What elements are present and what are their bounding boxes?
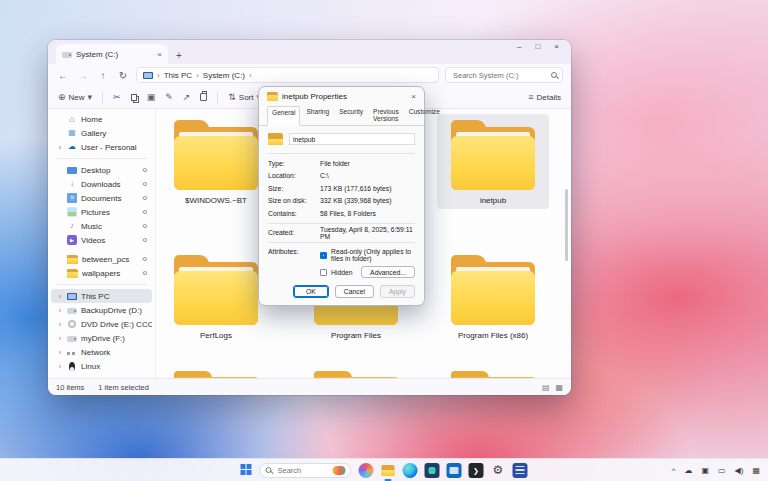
delete-icon[interactable] (200, 93, 207, 101)
breadcrumb-this-pc[interactable]: This PC (164, 71, 192, 80)
sidebar-item-desktop[interactable]: Desktop (51, 163, 152, 177)
sidebar-item-onedrive[interactable]: › ☁ User - Personal (51, 140, 152, 154)
hidden-checkbox[interactable] (320, 269, 327, 276)
folder-tile-inetpub[interactable]: inetpub (437, 114, 549, 209)
linux-icon (69, 362, 75, 371)
back-icon[interactable]: ← (56, 70, 70, 81)
sidebar-item-dvd-drive[interactable]: › DVD Drive (E:) CCCOMA (51, 317, 152, 331)
details-button[interactable]: ≡ Details (528, 92, 561, 102)
volume-icon[interactable]: ◀) (735, 466, 744, 475)
folder-tile-program-files-x86[interactable]: Program Files (x86) (437, 249, 549, 344)
sidebar-item-label: between_pcs (82, 255, 139, 264)
pin-icon (142, 256, 148, 262)
sidebar-item-mydrive[interactable]: › myDrive (F:) (51, 331, 152, 345)
tab-security[interactable]: Security (335, 106, 367, 125)
new-tab-button[interactable]: + (176, 50, 182, 61)
apply-button[interactable]: Apply (380, 285, 415, 298)
explorer-search-input[interactable] (451, 70, 551, 81)
sidebar-item-backupdrive[interactable]: › BackupDrive (D:) (51, 303, 152, 317)
sidebar-item-wallpapers[interactable]: wallpapers (51, 266, 152, 280)
notes-tray-icon[interactable]: ▣ (701, 466, 709, 475)
tab-general[interactable]: General (267, 106, 300, 126)
cancel-button[interactable]: Cancel (335, 285, 374, 298)
outlook-icon[interactable] (447, 463, 462, 478)
folder-tile-partial[interactable] (170, 371, 262, 378)
edge-icon[interactable] (403, 463, 418, 478)
sidebar-item-label: Network (81, 348, 152, 357)
task-list-app-icon[interactable] (513, 463, 528, 478)
tab-system-c[interactable]: System (C:) × (56, 44, 168, 64)
taskbar-search[interactable] (260, 463, 352, 478)
readonly-checkbox[interactable] (320, 252, 327, 259)
file-explorer-icon[interactable] (381, 463, 396, 478)
maximize-button[interactable]: □ (535, 42, 540, 51)
details-view-icon[interactable]: ▤ (542, 383, 550, 392)
sort-button[interactable]: ⇅ Sort ▾ (228, 92, 261, 102)
folder-tile-partial[interactable] (310, 371, 402, 378)
folder-tile-windows-bt[interactable]: $WINDOWS.~BT (160, 114, 272, 209)
rename-icon[interactable]: ✎ (165, 92, 173, 102)
sidebar-item-gallery[interactable]: ▦ Gallery (51, 126, 152, 140)
refresh-icon[interactable]: ↻ (116, 70, 130, 81)
explorer-search[interactable] (445, 67, 563, 83)
display-tray-icon[interactable]: ▭ (718, 466, 726, 475)
share-icon[interactable]: ↗ (183, 92, 191, 102)
sidebar-item-between-pcs[interactable]: between_pcs (51, 252, 152, 266)
dialog-close-icon[interactable]: × (411, 92, 416, 101)
field-label: Size: (268, 185, 320, 192)
tray-app-icon[interactable]: ▦ (752, 466, 760, 475)
chevron-right-icon[interactable]: › (57, 349, 63, 356)
dialog-title-bar[interactable]: inetpub Properties × (259, 87, 424, 106)
chevron-right-icon[interactable]: › (57, 321, 63, 328)
sidebar-item-label: Pictures (81, 208, 139, 217)
terminal-icon[interactable]: ❯ (469, 463, 484, 478)
tray-chevron-icon[interactable]: ^ (672, 466, 676, 475)
taskbar-search-input[interactable] (276, 465, 329, 476)
sidebar-item-music[interactable]: ♪ Music (51, 219, 152, 233)
minimize-button[interactable]: – (517, 42, 521, 51)
breadcrumb-system-c[interactable]: System (C:) (203, 71, 245, 80)
chevron-right-icon[interactable]: › (57, 363, 63, 370)
folder-name-field[interactable] (289, 133, 415, 145)
search-icon (266, 467, 272, 473)
tab-close-icon[interactable]: × (157, 50, 162, 59)
copilot-icon[interactable] (359, 463, 374, 478)
sidebar-item-linux[interactable]: › Linux (51, 359, 152, 373)
chevron-right-icon[interactable]: › (57, 144, 63, 151)
icons-view-icon[interactable]: ▦ (555, 383, 563, 392)
sidebar-item-videos[interactable]: ▶ Videos (51, 233, 152, 247)
onedrive-tray-icon[interactable]: ☁ (684, 466, 692, 475)
scrollbar-thumb[interactable] (565, 189, 568, 261)
field-label: Contains: (268, 210, 320, 217)
paste-icon[interactable]: ▣ (147, 92, 156, 102)
new-button[interactable]: ⊕ New ▾ (58, 92, 92, 102)
chevron-right-icon[interactable]: › (57, 335, 63, 342)
scrollbar[interactable] (563, 113, 570, 374)
tab-previous-versions[interactable]: Previous Versions (369, 106, 403, 125)
sidebar-item-label: Music (81, 222, 139, 231)
close-button[interactable]: × (554, 42, 559, 51)
up-icon[interactable]: ↑ (96, 70, 110, 81)
folder-tile-partial[interactable] (447, 371, 539, 378)
forward-icon[interactable]: → (76, 70, 90, 81)
breadcrumb[interactable]: › This PC › System (C:) › (136, 67, 439, 83)
ok-button[interactable]: OK (293, 285, 329, 298)
chevron-right-icon[interactable]: › (57, 293, 63, 300)
tab-sharing[interactable]: Sharing (302, 106, 333, 125)
chevron-right-icon[interactable]: › (57, 307, 63, 314)
app-icon[interactable] (425, 463, 440, 478)
sidebar-item-home[interactable]: ⌂ Home (51, 112, 152, 126)
start-button[interactable] (241, 464, 253, 476)
sidebar-item-downloads[interactable]: ↓ Downloads (51, 177, 152, 191)
sidebar-item-documents[interactable]: ≡ Documents (51, 191, 152, 205)
drive-icon (67, 336, 77, 342)
tab-customize[interactable]: Customize (405, 106, 444, 125)
sidebar-item-this-pc[interactable]: › This PC (51, 289, 152, 303)
cut-icon[interactable]: ✂ (113, 92, 121, 102)
advanced-button[interactable]: Advanced... (361, 266, 415, 278)
sidebar-item-pictures[interactable]: Pictures (51, 205, 152, 219)
folder-tile-perflogs[interactable]: PerfLogs (160, 249, 272, 344)
sidebar-item-network[interactable]: › Network (51, 345, 152, 359)
settings-icon[interactable]: ⚙ (491, 463, 506, 478)
copy-icon[interactable] (131, 94, 137, 101)
